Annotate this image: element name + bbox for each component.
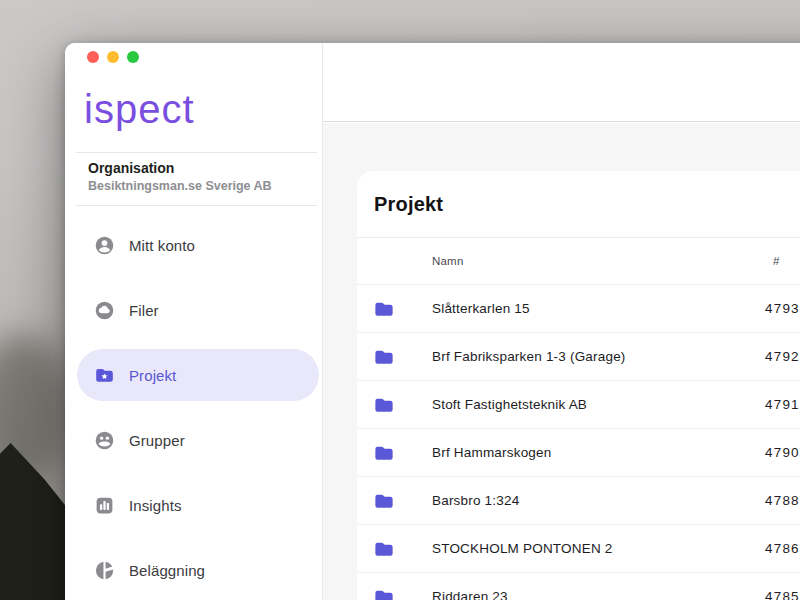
project-name: Brf Hammarskogen bbox=[432, 429, 552, 476]
sidebar-item-label: Beläggning bbox=[129, 562, 205, 579]
project-number: 4786 bbox=[765, 525, 800, 572]
sidebar-item-mitt-konto[interactable]: Mitt konto bbox=[77, 219, 319, 271]
column-header-number: # bbox=[773, 238, 780, 285]
divider bbox=[76, 152, 317, 153]
project-name: Riddaren 23 bbox=[432, 573, 508, 600]
table-row[interactable]: Slåtterkarlen 15 4793 bbox=[357, 285, 800, 333]
project-name: STOCKHOLM PONTONEN 2 bbox=[432, 525, 613, 572]
page-title: Projekt bbox=[374, 193, 443, 216]
pie-chart-icon bbox=[94, 560, 115, 581]
organisation-name: Besiktningsman.se Sverige AB bbox=[88, 178, 272, 194]
app-window: iSpect | Få sta ispect Organisation Besi… bbox=[65, 43, 800, 600]
project-number: 4790 bbox=[765, 429, 800, 476]
table-header-row: Namn # bbox=[357, 237, 800, 285]
zoom-button[interactable] bbox=[127, 51, 139, 63]
sidebar-item-label: Mitt konto bbox=[129, 237, 195, 254]
sidebar: ispect Organisation Besiktningsman.se Sv… bbox=[65, 43, 323, 600]
sidebar-item-label: Grupper bbox=[129, 432, 185, 449]
project-number: 4788 bbox=[765, 477, 800, 524]
account-circle-icon bbox=[94, 235, 115, 256]
app-logo: ispect bbox=[84, 87, 195, 131]
project-number: 4792 bbox=[765, 333, 800, 380]
traffic-lights bbox=[87, 51, 139, 63]
project-number: 4785 bbox=[765, 573, 800, 600]
sidebar-item-belaggning[interactable]: Beläggning bbox=[77, 544, 319, 596]
table-row[interactable]: Stoft Fastighetsteknik AB 4791 bbox=[357, 381, 800, 429]
folder-icon bbox=[373, 443, 395, 463]
sidebar-item-projekt[interactable]: Projekt bbox=[77, 349, 319, 401]
card-header: Projekt bbox=[357, 171, 800, 237]
table-row[interactable]: STOCKHOLM PONTONEN 2 4786 bbox=[357, 525, 800, 573]
main-area: Projekt Namn # Slåtterkarlen 15 4793 bbox=[323, 43, 800, 600]
table-row[interactable]: Brf Hammarskogen 4790 bbox=[357, 429, 800, 477]
folder-icon bbox=[373, 347, 395, 367]
project-name: Brf Fabriksparken 1-3 (Garage) bbox=[432, 333, 626, 380]
folder-icon bbox=[373, 491, 395, 511]
project-number: 4793 bbox=[765, 285, 800, 332]
sidebar-item-label: Insights bbox=[129, 497, 182, 514]
content-area: Projekt Namn # Slåtterkarlen 15 4793 bbox=[323, 123, 800, 600]
sidebar-nav: Mitt konto Filer Proje bbox=[77, 219, 319, 600]
folder-icon bbox=[373, 395, 395, 415]
project-name: Slåtterkarlen 15 bbox=[432, 285, 530, 332]
sidebar-item-grupper[interactable]: Grupper bbox=[77, 414, 319, 466]
sidebar-item-label: Projekt bbox=[129, 367, 176, 384]
organisation-section: Organisation Besiktningsman.se Sverige A… bbox=[88, 159, 272, 194]
groups-circle-icon bbox=[94, 430, 115, 451]
projects-card: Projekt Namn # Slåtterkarlen 15 4793 bbox=[357, 171, 800, 600]
column-header-namn: Namn bbox=[432, 238, 463, 285]
sidebar-item-insights[interactable]: Insights bbox=[77, 479, 319, 531]
close-button[interactable] bbox=[87, 51, 99, 63]
table-row[interactable]: Barsbro 1:324 4788 bbox=[357, 477, 800, 525]
bar-chart-icon bbox=[94, 495, 115, 516]
table-body: Slåtterkarlen 15 4793 Brf Fabriksparken … bbox=[357, 285, 800, 600]
folder-icon bbox=[373, 299, 395, 319]
folder-icon bbox=[373, 539, 395, 559]
project-name: Barsbro 1:324 bbox=[432, 477, 519, 524]
table-row[interactable]: Brf Fabriksparken 1-3 (Garage) 4792 bbox=[357, 333, 800, 381]
cloud-circle-icon bbox=[94, 300, 115, 321]
minimize-button[interactable] bbox=[107, 51, 119, 63]
organisation-label: Organisation bbox=[88, 159, 272, 177]
main-header-bar bbox=[323, 43, 800, 122]
sidebar-item-filer[interactable]: Filer bbox=[77, 284, 319, 336]
folder-star-icon bbox=[94, 365, 115, 386]
divider bbox=[76, 205, 317, 206]
project-number: 4791 bbox=[765, 381, 800, 428]
folder-icon bbox=[373, 587, 395, 600]
sidebar-item-label: Filer bbox=[129, 302, 159, 319]
table-row[interactable]: Riddaren 23 4785 bbox=[357, 573, 800, 600]
project-name: Stoft Fastighetsteknik AB bbox=[432, 381, 587, 428]
